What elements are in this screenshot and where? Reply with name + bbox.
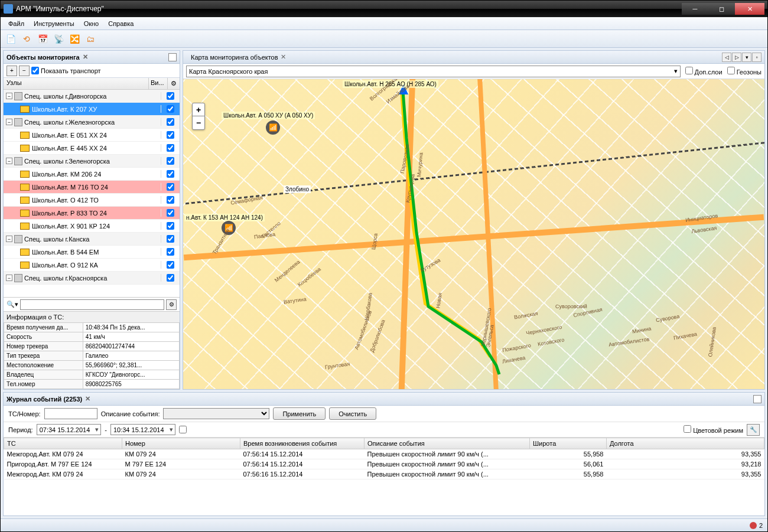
- sidebar-title: Объекты мониторинга: [6, 54, 80, 61]
- color-mode-option[interactable]: Цветовой режим: [684, 425, 743, 434]
- map-canvas[interactable]: Школьн.Авт. Н 285 АО (Н 285 АО) Школьн.А…: [183, 79, 764, 389]
- tree-item[interactable]: Школьн.Авт. Е 445 ХХ 24: [4, 142, 180, 155]
- tree-group[interactable]: −Спец. школы г.Железногорска: [4, 116, 180, 129]
- log-col-ts[interactable]: ТС: [4, 438, 122, 449]
- toolbar-btn-4[interactable]: 📡: [51, 32, 66, 46]
- filter-desc-label: Описание события:: [101, 410, 160, 417]
- period-from-input[interactable]: 07:34 15.12.2014: [37, 424, 102, 435]
- info-key: Тел.номер: [4, 380, 83, 389]
- info-key: Скорость: [4, 332, 83, 342]
- filter-desc-select[interactable]: [163, 408, 269, 419]
- tree-search-settings[interactable]: ⚙: [166, 299, 177, 310]
- log-table[interactable]: ТС Номер Время возникновения события Опи…: [4, 438, 764, 515]
- tree-item[interactable]: Школьн.Авт. В 544 ЕМ: [4, 246, 180, 259]
- tree-item[interactable]: Школьн.Авт. М 716 ТО 24: [4, 181, 180, 194]
- info-key: Местоположение: [4, 361, 83, 370]
- info-key: Время получения да...: [4, 323, 83, 332]
- search-icon: 🔍▾: [6, 301, 18, 308]
- toolbar-btn-1[interactable]: 📄: [4, 32, 18, 46]
- object-tree[interactable]: −Спец. школы г.ДивногорскаШкольн.Авт. К …: [4, 90, 180, 297]
- tree-item[interactable]: Школьн.Авт. О 912 КА: [4, 259, 180, 272]
- info-value: 89080225765: [83, 380, 179, 389]
- window-title: АРМ "Импульс-Диспетчер": [16, 5, 682, 13]
- info-key: Владелец: [4, 370, 83, 380]
- sidebar-header: Объекты мониторинга ✕: [4, 51, 180, 64]
- expand-all-button[interactable]: +: [6, 66, 17, 76]
- map-tab-label: Карта мониторинга объектов: [191, 54, 278, 61]
- tree-group[interactable]: −Спец. школы г.Дивногорска: [4, 90, 180, 103]
- log-col-lat[interactable]: Широта: [530, 438, 607, 449]
- maximize-button[interactable]: ◻: [708, 3, 735, 15]
- zoom-in-button[interactable]: +: [193, 103, 204, 116]
- log-close-icon[interactable]: ✕: [85, 395, 90, 403]
- log-row[interactable]: Межгород.Авт. КМ 079 24КМ 079 2407:56:14…: [4, 449, 764, 459]
- tree-col-nodes: Узлы: [4, 78, 149, 89]
- tree-item[interactable]: Школьн.Авт. Р 833 ТО 24: [4, 207, 180, 220]
- log-col-desc[interactable]: Описание события: [365, 438, 530, 449]
- tree-col-vi: Ви...: [149, 78, 168, 89]
- layers-option[interactable]: Доп.слои: [685, 67, 723, 76]
- close-button[interactable]: ✕: [735, 3, 764, 15]
- tree-col-settings-icon[interactable]: ⚙: [168, 78, 180, 89]
- nav-menu[interactable]: ▾: [742, 53, 751, 62]
- info-value: 41 км/ч: [83, 332, 179, 342]
- map-tab-close-icon[interactable]: ✕: [281, 53, 286, 61]
- period-to-input[interactable]: 10:34 15.12.2014: [110, 424, 175, 435]
- tree-item[interactable]: Школьн.Авт. К 207 ХУ: [4, 103, 180, 116]
- filter-ts-input[interactable]: [44, 408, 97, 419]
- tree-search-input[interactable]: [20, 299, 164, 310]
- info-value: 10:48:34 Пн 15 дека...: [83, 323, 179, 332]
- info-value: КГКСОУ "Дивногорс...: [83, 370, 179, 380]
- log-settings-button[interactable]: 🔧: [747, 424, 760, 436]
- tree-group[interactable]: −Спец. школы г.Канска: [4, 233, 180, 246]
- show-transport-label: Показать транспорт: [41, 67, 101, 74]
- log-col-num[interactable]: Номер: [122, 438, 240, 449]
- log-row[interactable]: Пригород.Авт. М 797 ЕЕ 124М 797 ЕЕ 12407…: [4, 459, 764, 469]
- info-key: Тип трекера: [4, 351, 83, 361]
- tree-item[interactable]: Школьн.Авт. КМ 206 24: [4, 168, 180, 181]
- info-header: Информация о ТС:: [4, 312, 180, 322]
- log-collapse-icon[interactable]: [753, 395, 762, 403]
- status-count: 2: [759, 522, 763, 529]
- clear-button[interactable]: Очистить: [329, 407, 376, 420]
- nav-collapse[interactable]: ▫: [752, 53, 762, 62]
- map-tab[interactable]: Карта мониторинга объектов ✕: [186, 52, 291, 62]
- log-col-time[interactable]: Время возникновения события: [240, 438, 365, 449]
- log-col-lon[interactable]: Долгота: [607, 438, 764, 449]
- tree-group[interactable]: −Спец. школы г.Зеленогорска: [4, 155, 180, 168]
- menu-help[interactable]: Справка: [103, 19, 138, 28]
- status-indicator-icon: [750, 522, 757, 529]
- tree-group[interactable]: −Спец. школы г.Красноярска: [4, 272, 180, 285]
- apply-button[interactable]: Применить: [273, 407, 326, 420]
- zoom-control: + −: [192, 103, 205, 130]
- map-selector[interactable]: Карта Красноярского края▾: [186, 66, 681, 77]
- menu-window[interactable]: Окно: [79, 19, 104, 28]
- geozones-option[interactable]: Геозоны: [727, 67, 762, 76]
- toolbar-btn-5[interactable]: 🔀: [67, 32, 82, 46]
- zoom-out-button[interactable]: −: [193, 116, 204, 129]
- sidebar: Объекты мониторинга ✕ + − Показать транс…: [3, 50, 180, 390]
- info-value: Галилео: [83, 351, 179, 361]
- sidebar-close-icon[interactable]: ✕: [83, 53, 88, 61]
- menu-file[interactable]: Файл: [4, 19, 29, 28]
- info-table: Время получения да...10:48:34 Пн 15 дека…: [4, 322, 180, 389]
- sidebar-collapse-icon[interactable]: [168, 53, 177, 61]
- log-row[interactable]: Межгород.Авт. КМ 079 24КМ 079 2407:56:16…: [4, 469, 764, 479]
- event-log-panel: Журнал событий (2253) ✕ ТС/Номер: Описан…: [3, 392, 765, 516]
- minimize-button[interactable]: ─: [682, 3, 708, 15]
- nav-prev[interactable]: ◁: [722, 53, 731, 62]
- tree-item[interactable]: Школьн.Авт. Е 051 ХХ 24: [4, 129, 180, 142]
- period-enable-checkbox[interactable]: [179, 426, 187, 433]
- period-label: Период:: [8, 426, 33, 433]
- filter-ts-label: ТС/Номер:: [8, 410, 41, 417]
- antenna-icon-1: 📶: [266, 120, 280, 135]
- toolbar-btn-3[interactable]: 📅: [35, 32, 50, 46]
- nav-next[interactable]: ▷: [732, 53, 741, 62]
- collapse-all-button[interactable]: −: [19, 66, 30, 76]
- tree-item[interactable]: Школьн.Авт. О 412 ТО: [4, 194, 180, 207]
- show-transport-checkbox[interactable]: [31, 67, 39, 74]
- tree-item[interactable]: Школьн.Авт. Х 901 КР 124: [4, 220, 180, 233]
- menu-tools[interactable]: Инструменты: [29, 19, 79, 28]
- toolbar-btn-6[interactable]: 🗂: [83, 32, 97, 46]
- toolbar-btn-2[interactable]: ⟲: [19, 32, 34, 46]
